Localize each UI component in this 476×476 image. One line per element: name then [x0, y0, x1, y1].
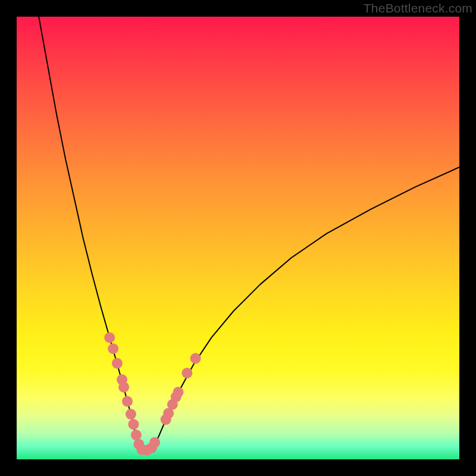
curve-path — [39, 17, 459, 450]
data-marker — [173, 387, 184, 397]
chart-frame: TheBottleneck.com — [0, 0, 476, 476]
plot-area — [17, 17, 459, 459]
data-marker — [149, 437, 160, 448]
data-marker — [126, 409, 136, 419]
data-marker — [181, 368, 192, 378]
data-marker — [112, 358, 123, 369]
data-marker — [190, 353, 201, 364]
data-marker — [108, 343, 118, 354]
data-marker — [128, 419, 139, 430]
data-marker — [118, 382, 129, 393]
data-marker — [131, 430, 142, 440]
data-marker — [104, 332, 115, 343]
bottleneck-curve — [17, 17, 459, 459]
data-marker — [122, 396, 133, 407]
watermark-text: TheBottleneck.com — [364, 1, 472, 15]
